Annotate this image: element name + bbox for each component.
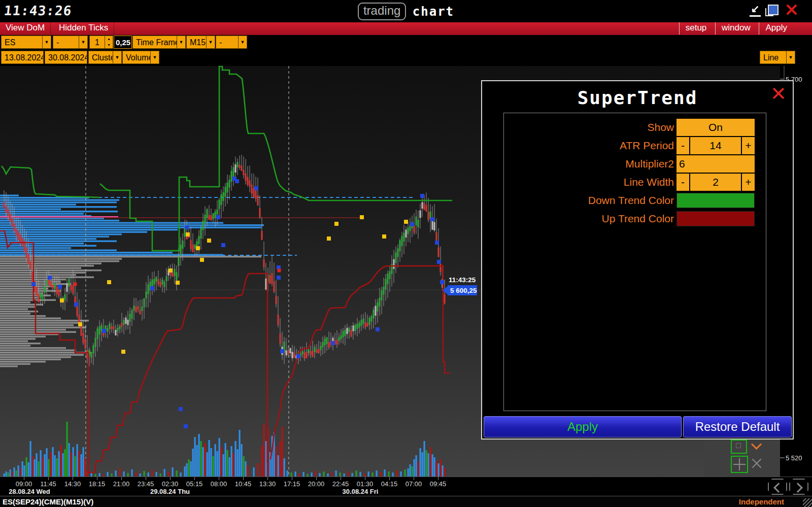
up-trend-color-swatch[interactable] — [676, 211, 755, 226]
volume-profile-bar — [0, 206, 117, 208]
apply-button[interactable]: Apply — [484, 416, 682, 437]
volume-bar — [428, 453, 429, 477]
setting-row-line-width: Line Width - 2 + — [482, 174, 793, 191]
volume-bar — [30, 441, 31, 477]
volume-bar — [28, 462, 29, 477]
volume-bar — [115, 470, 117, 477]
down-trend-color-swatch[interactable] — [676, 193, 755, 208]
volume-bar — [194, 437, 196, 477]
time-axis-label: 01:30 — [357, 480, 374, 488]
volume-bar — [229, 457, 230, 477]
multiplier2-input[interactable]: 6 — [676, 155, 755, 173]
volume-bar — [219, 438, 220, 477]
cluster-marker-blue — [184, 424, 188, 428]
cluster-marker-blue — [102, 329, 106, 333]
cluster-marker-yellow — [186, 232, 190, 236]
volume-bar — [243, 456, 245, 477]
increment-button[interactable]: + — [742, 174, 755, 191]
volume-bar — [241, 444, 243, 477]
volume-bar — [215, 444, 216, 477]
volume-bar — [34, 459, 36, 477]
volume-bar — [16, 470, 17, 477]
volume-profile-bar — [0, 338, 36, 340]
volume-bar — [408, 468, 409, 477]
volume-bar — [225, 443, 226, 477]
resize-grip[interactable] — [803, 498, 812, 507]
volume-profile-bar — [0, 238, 96, 240]
independent-mode-label[interactable]: Independent — [739, 497, 784, 506]
cluster-marker-yellow — [60, 298, 64, 302]
volume-bar — [420, 448, 421, 477]
volume-bar — [32, 456, 33, 477]
volume-profile-bar — [0, 313, 30, 315]
scroll-right-button[interactable] — [789, 479, 808, 495]
volume-bar — [123, 471, 125, 477]
volume-bar — [404, 469, 406, 477]
cluster-marker-blue — [277, 276, 281, 280]
scroll-left-button[interactable] — [768, 479, 787, 495]
price-scale-label: 5 520 — [786, 454, 802, 462]
decrement-button[interactable]: - — [676, 137, 689, 154]
volume-bar — [319, 473, 321, 477]
volume-profile-bar — [0, 320, 89, 321]
volume-profile-bar — [0, 281, 61, 283]
volume-profile-bar — [0, 204, 76, 206]
volume-bar — [422, 452, 423, 477]
volume-bar — [424, 441, 425, 477]
volume-bar — [66, 422, 68, 477]
cluster-marker-blue — [58, 285, 62, 289]
volume-bar — [186, 463, 188, 477]
cluster-marker-blue — [420, 194, 424, 198]
cluster-marker-blue — [410, 222, 414, 226]
volume-bar — [56, 458, 58, 477]
volume-bar — [85, 458, 86, 477]
volume-bar — [235, 441, 236, 477]
volume-bar — [265, 441, 267, 477]
volume-bar — [14, 467, 15, 477]
volume-profile-bar — [0, 288, 48, 289]
volume-profile-bar — [0, 224, 264, 226]
time-axis-label: 08:00 — [211, 480, 227, 488]
volume-profile-bar — [0, 329, 66, 330]
cluster-marker-yellow — [334, 222, 339, 226]
volume-bar — [231, 446, 232, 477]
volume-bar — [261, 446, 263, 477]
volume-bar — [156, 472, 157, 477]
volume-profile-bar — [0, 311, 38, 312]
volume-bar — [323, 471, 325, 477]
volume-profile-bar — [0, 315, 46, 317]
volume-bar — [444, 467, 446, 477]
volume-bar — [360, 472, 361, 477]
volume-bar — [18, 465, 19, 477]
svg-text:11:43:25: 11:43:25 — [449, 276, 476, 284]
cluster-marker-yellow — [168, 268, 173, 273]
cluster-marker-blue — [437, 260, 441, 264]
volume-profile-bar — [0, 201, 117, 203]
show-toggle[interactable]: On — [676, 119, 755, 136]
dialog-close-icon[interactable] — [771, 86, 786, 100]
line-width-value[interactable]: 2 — [690, 174, 741, 191]
atr-period-value[interactable]: 14 — [690, 137, 741, 154]
decrement-button[interactable]: - — [676, 174, 689, 191]
volume-bar — [217, 451, 218, 477]
volume-profile-bar — [0, 220, 119, 221]
volume-bar — [396, 470, 398, 477]
volume-bar — [291, 472, 292, 477]
status-bar: ES(SEP24)(CME)(M15)(V) Independent — [0, 496, 812, 507]
restore-default-button[interactable]: Restore Default — [683, 416, 792, 437]
increment-button[interactable]: + — [742, 137, 755, 154]
volume-bar — [410, 464, 411, 477]
volume-bar — [42, 457, 44, 477]
volume-bar — [184, 466, 186, 477]
volume-profile-bar — [0, 309, 28, 310]
volume-bar — [426, 450, 427, 477]
volume-profile-bar — [0, 361, 46, 362]
volume-profile-bar — [0, 260, 119, 262]
cluster-marker-blue — [179, 407, 183, 411]
time-axis-label: 02:30 — [162, 480, 179, 488]
cluster-marker-blue — [254, 186, 258, 190]
volume-bar — [209, 440, 210, 477]
volume-bar — [8, 472, 9, 477]
volume-profile-bar — [0, 350, 76, 351]
volume-bar — [380, 472, 382, 477]
